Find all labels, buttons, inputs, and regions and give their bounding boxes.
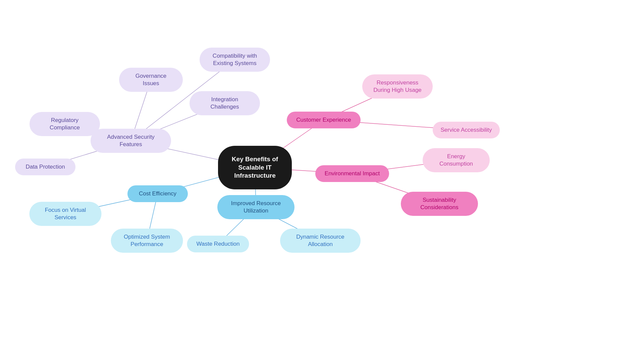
node-customer-experience: Customer Experience	[287, 112, 361, 128]
center-node: Key Benefits of Scalable IT Infrastructu…	[218, 146, 292, 189]
node-data-protection: Data Protection	[15, 159, 75, 175]
node-compatibility: Compatibility with Existing Systems	[200, 48, 270, 72]
node-focus-virtual: Focus on Virtual Services	[30, 202, 102, 226]
node-cost-efficiency: Cost Efficiency	[127, 185, 188, 202]
node-service-accessibility: Service Accessibility	[433, 122, 500, 138]
node-integration: Integration Challenges	[190, 91, 260, 115]
node-waste-reduction: Waste Reduction	[187, 236, 249, 252]
node-advanced-security: Advanced Security Features	[91, 129, 171, 153]
node-energy-consumption: Energy Consumption	[423, 148, 490, 172]
mindmap-container: Key Benefits of Scalable IT Infrastructu…	[0, 0, 644, 363]
node-environmental-impact: Environmental Impact	[315, 165, 389, 182]
node-regulatory: Regulatory Compliance	[30, 112, 100, 136]
node-optimized: Optimized System Performance	[111, 229, 183, 253]
node-improved-resource: Improved Resource Utilization	[217, 195, 294, 219]
node-sustainability: Sustainability Considerations	[401, 192, 478, 216]
node-governance: Governance Issues	[119, 68, 183, 92]
node-responsiveness: Responsiveness During High Usage	[362, 74, 433, 99]
node-dynamic-resource: Dynamic Resource Allocation	[280, 229, 361, 253]
